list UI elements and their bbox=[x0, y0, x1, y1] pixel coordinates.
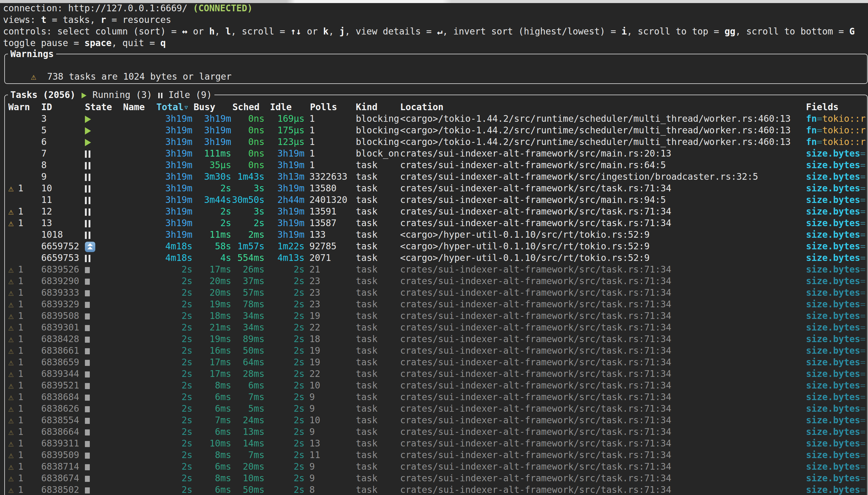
warning-item: ⚠ 738 tasks are 1024 bytes or larger bbox=[9, 59, 232, 94]
help-text-segment: toggle pause = bbox=[3, 38, 84, 48]
help-text-segment: , scroll to bottom = bbox=[735, 26, 849, 37]
warning-icon: ⚠ bbox=[31, 71, 36, 82]
help-text-segment: gg bbox=[724, 26, 735, 37]
warnings-box: Warnings ⚠ 738 tasks are 1024 bytes or l… bbox=[4, 54, 868, 84]
help-text-segment: t bbox=[41, 15, 46, 25]
running-count-label: Running (3) bbox=[87, 90, 157, 100]
tasks-count-label: Tasks (2056) bbox=[11, 90, 76, 100]
help-text-segment: views: bbox=[3, 15, 41, 25]
views-help-line: views: t = tasks, r = resources bbox=[3, 14, 171, 25]
warning-text: 738 tasks are 1024 bytes or larger bbox=[47, 71, 232, 82]
help-text-segment: h bbox=[209, 26, 215, 37]
help-text-segment: connection: http://127.0.0.1:6669/ bbox=[3, 3, 193, 13]
tasks-box-title: Tasks (2056) Running (3) Idle (9) bbox=[8, 89, 214, 101]
help-text-segment: i bbox=[621, 26, 627, 37]
controls-help-line: controls: select column (sort) = ↔ or h,… bbox=[3, 25, 855, 37]
tokio-console-screen: { "colors": { "background": "#262626", "… bbox=[0, 0, 868, 495]
help-text-segment: ↔ bbox=[182, 26, 187, 37]
help-text-segment: k bbox=[323, 26, 329, 37]
help-text-segment: , bbox=[329, 26, 340, 37]
help-text-segment: ↵ bbox=[437, 26, 443, 37]
help-text-segment: = resources bbox=[106, 15, 171, 25]
help-text-segment: ↑↓ bbox=[290, 26, 301, 37]
help-text-segment: , view details = bbox=[345, 26, 437, 37]
help-text-segment: , scroll = bbox=[231, 26, 290, 37]
idle-state-icon bbox=[158, 93, 163, 98]
help-text-segment: (CONNECTED) bbox=[193, 3, 253, 13]
help-text-segment: controls: select column (sort) = bbox=[3, 26, 182, 37]
help-text-segment: q bbox=[160, 38, 166, 48]
help-text-segment: l bbox=[226, 26, 231, 37]
help-text-segment: r bbox=[101, 15, 106, 25]
help-text-segment: , invert sort (highest/lowest) = bbox=[443, 26, 621, 37]
help-text-segment: space bbox=[84, 38, 112, 48]
warnings-box-title: Warnings bbox=[8, 48, 56, 60]
pause-quit-help-line: toggle pause = space, quit = q bbox=[3, 37, 166, 49]
running-state-icon bbox=[82, 92, 86, 98]
help-text-segment: , bbox=[215, 26, 226, 37]
connection-status-line: connection: http://127.0.0.1:6669/ (CONN… bbox=[3, 2, 253, 14]
help-text-segment: , quit = bbox=[112, 38, 160, 48]
help-text-segment: G bbox=[849, 26, 855, 37]
help-text-segment: j bbox=[339, 26, 345, 37]
idle-count-label: Idle (9) bbox=[163, 90, 212, 100]
help-text-segment: or bbox=[187, 26, 209, 37]
help-text-segment: or bbox=[301, 26, 323, 37]
help-text-segment: , scroll to top = bbox=[627, 26, 725, 37]
tasks-box: Tasks (2056) Running (3) Idle (9) bbox=[4, 95, 868, 495]
help-text-segment: = tasks, bbox=[46, 15, 101, 25]
